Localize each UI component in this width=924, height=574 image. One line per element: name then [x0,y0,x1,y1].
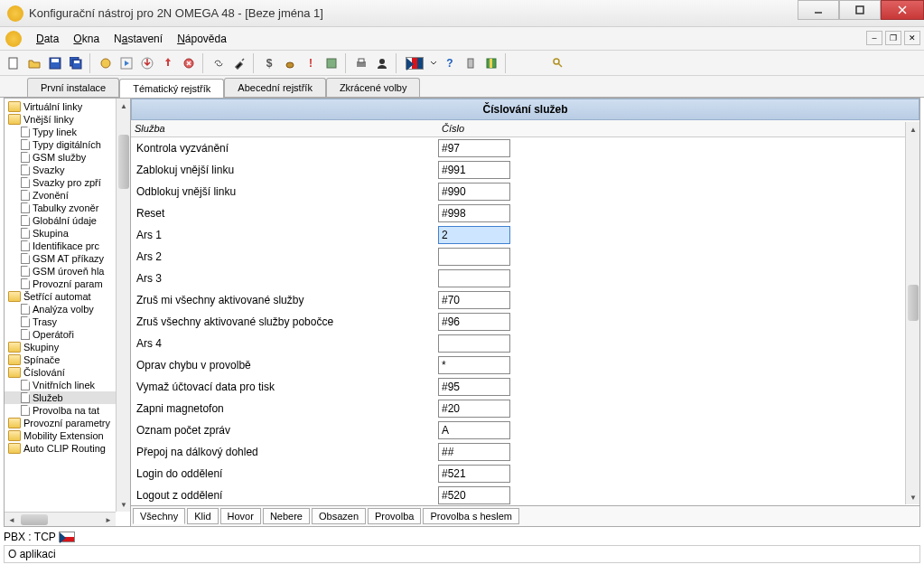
service-value-input[interactable] [438,356,510,374]
filter-klid[interactable]: Klid [187,508,218,524]
tree-folder[interactable]: Šetřící automat [5,290,116,303]
sync-up-icon[interactable] [179,53,199,73]
tree-folder[interactable]: Auto CLIP Routing [5,442,116,455]
tree-folder[interactable]: Vnější linky [5,113,116,126]
nav-tree[interactable]: Virtuální linkyVnější linkyTypy linekTyp… [5,99,130,526]
tree-item[interactable]: Typy digitálních [5,138,116,151]
service-value-input[interactable] [438,334,510,353]
dropdown-arrow-icon[interactable] [428,53,439,73]
scroll-down-arrow-icon[interactable]: ▼ [117,497,131,512]
tree-item[interactable]: Skupina [5,227,116,240]
play-icon[interactable] [117,53,136,73]
tree-folder[interactable]: Virtuální linky [5,100,116,113]
content-scrollbar-vertical[interactable]: ▲ ▼ [905,122,919,504]
info-icon[interactable] [461,53,481,73]
flag-icon[interactable] [402,53,427,73]
tree-item[interactable]: Svazky pro zpří [5,176,116,189]
service-value-input[interactable] [438,161,510,179]
tree-item[interactable]: Identifikace prc [5,240,116,252]
scrollbar-thumb[interactable] [118,135,129,189]
tree-item[interactable]: Typy linek [5,126,116,138]
key-icon[interactable] [548,53,568,73]
service-value-input[interactable] [438,378,510,396]
service-value-input[interactable] [438,226,510,244]
close-button[interactable] [881,0,924,20]
open-icon[interactable] [24,53,44,73]
service-value-input[interactable] [438,183,510,201]
scroll-up-arrow-icon[interactable]: ▲ [906,122,919,136]
money-icon[interactable]: $ [259,53,279,73]
tree-scrollbar-horizontal[interactable]: ◄ ► [5,512,116,526]
scrollbar-thumb[interactable] [21,514,48,525]
tree-folder[interactable]: Spínače [5,353,116,366]
filter-provolba-heslem[interactable]: Provolba s heslem [423,508,519,524]
link-icon[interactable] [209,53,229,73]
scroll-left-arrow-icon[interactable]: ◄ [5,513,19,526]
save-all-icon[interactable] [66,53,86,73]
alert-icon[interactable]: ! [301,53,321,73]
service-value-input[interactable] [438,486,510,504]
mdi-close-button[interactable]: ✕ [904,31,920,45]
tree-item[interactable]: Zvonění [5,189,116,202]
filter-nebere[interactable]: Nebere [263,508,310,524]
tab-zkracene-volby[interactable]: Zkrácené volby [326,78,421,97]
tree-folder[interactable]: Provozní parametry [5,417,116,429]
tree-folder[interactable]: Mobility Extension [5,429,116,442]
minimize-button[interactable] [798,0,839,20]
tab-abecedni-rejstrik[interactable]: Abecední rejstřík [224,78,326,97]
service-value-input[interactable] [438,313,510,331]
settings-icon[interactable] [322,53,341,73]
scroll-right-arrow-icon[interactable]: ► [101,513,116,526]
filter-obsazen[interactable]: Obsazen [312,508,366,524]
upload-icon[interactable] [96,53,116,73]
menu-nastaveni[interactable]: Nastavení [107,30,170,48]
tab-tematicky-rejstrik[interactable]: Tématický rejstřík [119,79,224,98]
filter-vsechny[interactable]: Všechny [133,508,185,524]
print-icon[interactable] [351,53,371,73]
tree-item[interactable]: GSM úroveň hla [5,265,116,278]
service-value-input[interactable] [438,248,510,266]
menu-okna[interactable]: Okna [66,30,107,48]
service-value-input[interactable] [438,465,510,483]
tree-item[interactable]: Tabulky zvoněr [5,202,116,214]
tree-item[interactable]: Provozní param [5,278,116,290]
filter-provolba[interactable]: Provolba [368,508,421,524]
tree-item[interactable]: Operátoři [5,328,116,341]
new-icon[interactable] [4,53,23,73]
service-value-input[interactable] [438,269,510,287]
tree-item[interactable]: GSM AT příkazy [5,252,116,265]
tree-item[interactable]: Trasy [5,315,116,328]
tag-icon[interactable] [280,53,300,73]
exit-icon[interactable] [481,53,501,73]
scroll-up-arrow-icon[interactable]: ▲ [117,99,131,113]
service-value-input[interactable] [438,421,510,439]
tree-folder[interactable]: Skupiny [5,341,116,353]
tree-folder[interactable]: Číslování [5,366,116,379]
download-icon[interactable] [137,53,157,73]
mdi-restore-button[interactable]: ❐ [885,31,901,45]
menu-napoveda[interactable]: Nápověda [170,30,234,48]
tree-item[interactable]: Globální údaje [5,214,116,227]
tree-item[interactable]: Služeb [5,391,116,404]
service-value-input[interactable] [438,400,510,418]
filter-hovor[interactable]: Hovor [220,508,261,524]
tab-prvni-instalace[interactable]: První instalace [27,78,119,97]
save-icon[interactable] [45,53,65,73]
mdi-minimize-button[interactable]: – [866,31,882,45]
tree-item[interactable]: Provolba na tat [5,404,116,417]
user-icon[interactable] [372,53,392,73]
maximize-button[interactable] [839,0,881,20]
tree-item[interactable]: Analýza volby [5,303,116,315]
tools-icon[interactable] [229,53,249,73]
scroll-down-arrow-icon[interactable]: ▼ [906,490,919,504]
service-value-input[interactable] [438,443,510,461]
sync-down-icon[interactable] [158,53,178,73]
service-value-input[interactable] [438,291,510,309]
tree-item[interactable]: Svazky [5,164,116,176]
tree-scrollbar-vertical[interactable]: ▲ ▼ [116,99,130,512]
tree-item[interactable]: Vnitřních linek [5,379,116,391]
help-icon[interactable]: ? [440,53,460,73]
service-value-input[interactable] [438,204,510,222]
service-value-input[interactable] [438,139,510,157]
menu-data[interactable]: Datadocument.currentScript.previousEleme… [29,30,66,48]
